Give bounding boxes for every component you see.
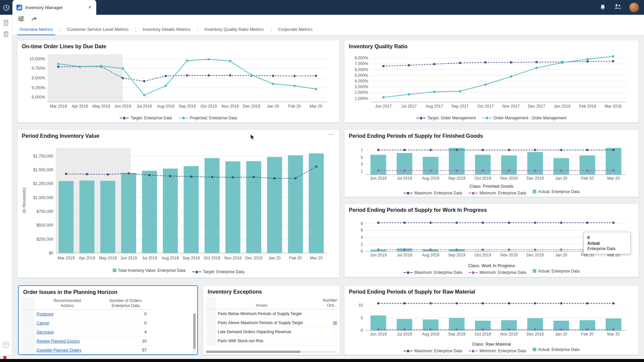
inventory-value-chart[interactable]: $0$250,000$500,000$750,000$1,000,000$1,2… xyxy=(21,144,335,263)
svg-text:8,000%: 8,000% xyxy=(355,56,368,60)
row-selector-cell[interactable] xyxy=(21,310,35,319)
svg-text:$1,500,000: $1,500,000 xyxy=(33,168,53,172)
svg-text:1,000%: 1,000% xyxy=(355,96,368,101)
filter-settings-icon[interactable] xyxy=(18,16,25,22)
svg-text:Jun 2019: Jun 2019 xyxy=(370,253,387,257)
inventory-quality-ratio-chart[interactable]: 1,000%2,000%3,000%4,000%5,000%6,000%7,00… xyxy=(348,52,635,111)
periods-of-supply-raw-material-card: Period Ending Periods of Supply for Raw … xyxy=(344,285,639,355)
svg-text:Jan 20: Jan 20 xyxy=(269,256,281,260)
card-title: Period Ending Periods of Supply for Work… xyxy=(349,207,487,213)
help-icon[interactable]: ? xyxy=(3,342,9,348)
svg-text:Dec 2019: Dec 2019 xyxy=(527,253,544,257)
row-selector-cell[interactable] xyxy=(206,318,216,327)
svg-text:Mar 20: Mar 20 xyxy=(310,256,323,260)
selector-column-header xyxy=(21,297,35,310)
notifications-bell-icon[interactable] xyxy=(599,4,607,11)
row-selector-cell[interactable] xyxy=(206,309,216,318)
table-row: Parts Below Minimum Periods of Supply Ta… xyxy=(206,309,340,318)
selector-column-header xyxy=(206,297,216,309)
ontime-order-lines-chart[interactable]: 9,000%9,250%9,500%9,750%10,000%Mar 2019A… xyxy=(21,52,335,111)
svg-text:0: 0 xyxy=(361,249,363,254)
inventory-quality-ratio-card: Inventory Quality Ratio 1,000%2,000%3,00… xyxy=(344,40,639,123)
tab-inventory-quality-ratio-metrics[interactable]: Inventory Quality Ratio Metrics xyxy=(198,23,271,35)
svg-text:Aug 2019: Aug 2019 xyxy=(162,256,179,260)
svg-text:Feb 20: Feb 20 xyxy=(289,256,302,260)
tab-inventory-details-metrics[interactable]: Inventory Details Metrics xyxy=(136,23,197,35)
order-action-link[interactable]: Postpone xyxy=(37,312,54,316)
order-action-link[interactable]: Review Planned Excess xyxy=(37,339,80,344)
svg-text:4,000%: 4,000% xyxy=(355,79,368,83)
chart-legend: Maximum: Enterprise DataMinimum: Enterpr… xyxy=(344,268,639,275)
row-selector-cell[interactable] xyxy=(21,319,35,328)
taskbar-app-icon[interactable] xyxy=(3,356,6,359)
svg-text:Jul 2017: Jul 2017 xyxy=(401,104,417,109)
svg-text:Jul 2019: Jul 2019 xyxy=(397,332,412,337)
inventory-exceptions-table: Issues Number Ord... Parts Below Minimum… xyxy=(206,297,340,346)
svg-text:Jul 2019: Jul 2019 xyxy=(397,176,412,181)
row-selector-cell[interactable] xyxy=(206,327,216,337)
svg-text:Mar 20: Mar 20 xyxy=(607,176,620,181)
svg-text:$1,250,000: $1,250,000 xyxy=(33,181,53,186)
tab-label: Customer Service Level Metrics xyxy=(67,27,129,32)
report-chart-icon xyxy=(16,5,22,10)
row-selector-cell[interactable] xyxy=(21,337,35,346)
legend-item: Actual: Enterprise Data xyxy=(533,347,579,352)
tab-close-icon[interactable]: × xyxy=(88,4,92,11)
order-action-link[interactable]: Cancel xyxy=(37,321,49,325)
tab-label: Overview Metrics xyxy=(19,27,53,32)
clipboard-task-icon[interactable] xyxy=(3,31,9,38)
exception-count-link[interactable]: 36 xyxy=(333,320,337,325)
order-issues-table: Recommended Actions Number of Orders Ent… xyxy=(21,297,151,355)
legend-item: Minimum: Enterprise Data xyxy=(469,270,526,275)
svg-text:Dec 2019: Dec 2019 xyxy=(527,332,544,337)
svg-text:8: 8 xyxy=(361,221,363,226)
svg-text:10,000%: 10,000% xyxy=(30,57,46,61)
svg-text:$1,750,000: $1,750,000 xyxy=(33,154,53,159)
svg-text:Feb 2018: Feb 2018 xyxy=(579,104,596,109)
history-clock-icon[interactable] xyxy=(3,4,10,11)
row-selector-cell[interactable] xyxy=(206,337,216,346)
vertical-scrollbar[interactable] xyxy=(193,313,196,354)
svg-text:Oct 2019: Oct 2019 xyxy=(475,176,491,181)
svg-text:Jan 20: Jan 20 xyxy=(555,332,567,337)
order-action-link[interactable]: Decrease xyxy=(37,330,54,335)
finished-goods-chart[interactable]: 1357Jun 2019Jul 2019Aug 2019Sep 2019Oct … xyxy=(348,142,635,183)
svg-text:5,000%: 5,000% xyxy=(355,73,368,78)
contacts-people-icon[interactable] xyxy=(614,4,622,11)
chart-legend: Total Inventory Value: Enterprise DataTa… xyxy=(17,267,339,274)
svg-text:Oct 2019: Oct 2019 xyxy=(475,253,491,257)
svg-text:7: 7 xyxy=(361,148,363,153)
svg-text:9,500%: 9,500% xyxy=(32,76,45,80)
svg-text:Jul 2019: Jul 2019 xyxy=(142,256,157,260)
svg-text:Nov 2019: Nov 2019 xyxy=(221,104,239,109)
periods-of-supply-finished-goods-card: Period Ending Periods of Supply for Fini… xyxy=(344,129,639,197)
svg-text:May 2019: May 2019 xyxy=(93,104,110,109)
tab-overview-metrics[interactable]: Overview Metrics xyxy=(12,23,60,35)
horizontal-scrollbar[interactable] xyxy=(206,351,337,353)
number-of-orders-header: Number of Orders Enterprise Data xyxy=(100,297,151,310)
scrollbar-thumb[interactable] xyxy=(206,351,301,353)
row-selector-cell[interactable] xyxy=(21,346,35,355)
svg-text:2: 2 xyxy=(361,242,363,247)
tab-customer-service-level-metrics[interactable]: Customer Service Level Metrics xyxy=(60,23,136,35)
legend-item: Projected: Enterprise Data xyxy=(179,116,237,120)
svg-text:1: 1 xyxy=(361,169,363,174)
raw-material-chart[interactable]: 0510Jun 2019Jul 2019Aug 2019Sep 2019Oct … xyxy=(348,298,635,339)
svg-text:Feb 20: Feb 20 xyxy=(288,104,301,109)
scrollbar-thumb[interactable] xyxy=(193,313,196,349)
order-issues-card[interactable]: Order Issues in the Planning Horizon Rec… xyxy=(18,285,198,355)
table-row: Review Planned Excess10 xyxy=(21,337,151,346)
mouse-cursor xyxy=(250,134,255,141)
user-avatar[interactable] xyxy=(629,2,639,13)
bottom-black-bar xyxy=(0,359,644,362)
document-tab[interactable]: Inventory Manager × xyxy=(12,0,96,15)
table-row: Decrease4 xyxy=(21,328,151,337)
row-selector-cell[interactable] xyxy=(21,328,35,337)
card-overflow-menu-icon[interactable]: ⋯ xyxy=(328,130,335,138)
svg-text:Sep 2019: Sep 2019 xyxy=(448,176,466,181)
order-action-link[interactable]: Expedite Planned Orders xyxy=(37,348,82,353)
share-icon[interactable] xyxy=(31,16,38,22)
tab-corporate-metrics[interactable]: Corporate Metrics xyxy=(271,23,320,35)
report-list-icon[interactable] xyxy=(3,19,9,26)
svg-text:(In thousands): (In thousands) xyxy=(22,188,26,214)
